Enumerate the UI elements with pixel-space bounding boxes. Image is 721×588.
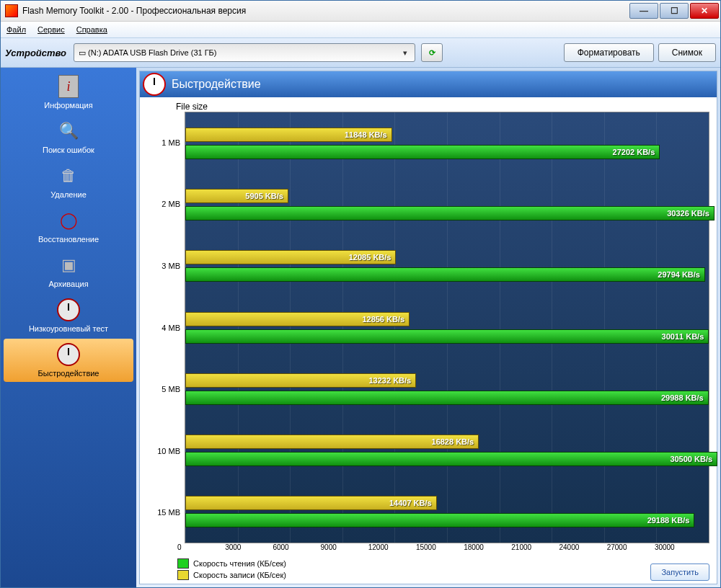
window-title: Flash Memory Toolkit - 2.00 - Профессион… bbox=[22, 6, 628, 16]
sidebar-item-info[interactable]: i Информация bbox=[4, 71, 133, 114]
device-select[interactable]: ▭ (N:) ADATA USB Flash Drive (31 ГБ) ▾ bbox=[74, 43, 415, 62]
refresh-icon: ⟳ bbox=[429, 48, 435, 58]
sidebar-item-archive[interactable]: ▣ Архивация bbox=[4, 249, 133, 293]
bar-write: 14407 KB/s bbox=[185, 496, 437, 510]
y-label: 5 MB bbox=[147, 358, 185, 420]
refresh-button[interactable]: ⟳ bbox=[421, 43, 443, 62]
sidebar-item-label: Быстродействие bbox=[38, 369, 99, 378]
stopwatch-icon bbox=[143, 73, 166, 96]
sidebar-item-label: Архивация bbox=[48, 280, 88, 288]
app-window: Flash Memory Toolkit - 2.00 - Профессион… bbox=[0, 0, 721, 588]
y-label: 2 MB bbox=[147, 174, 185, 236]
sidebar-item-label: Восстановление bbox=[38, 235, 99, 244]
x-tick: 27000 bbox=[607, 543, 655, 556]
legend-write: Скорость записи (КБ/сек) bbox=[177, 569, 709, 581]
sidebar-item-label: Удаление bbox=[50, 190, 87, 199]
sidebar-item-speed[interactable]: Быстродействие bbox=[4, 339, 133, 382]
sidebar-item-label: Поиск ошибок bbox=[43, 146, 94, 154]
y-label: 4 MB bbox=[147, 297, 185, 359]
bar-read: 30326 KB/s bbox=[185, 206, 715, 220]
bar-read: 30011 KB/s bbox=[185, 329, 709, 344]
bar-write: 12856 KB/s bbox=[185, 312, 410, 326]
x-tick: 3000 bbox=[225, 543, 273, 556]
main-body: i Информация 🔍 Поиск ошибок 🗑 Удаление ◯… bbox=[1, 68, 720, 587]
bar-read: 29188 KB/s bbox=[185, 513, 694, 527]
device-label: Устройство bbox=[5, 48, 66, 58]
gauge-icon bbox=[57, 298, 80, 321]
menu-service[interactable]: Сервис bbox=[37, 25, 65, 34]
x-tick: 9000 bbox=[321, 543, 368, 556]
chart: 1 MB2 MB3 MB4 MB5 MB10 MB15 MB 11848 KB/… bbox=[147, 112, 709, 543]
x-tick: 30000 bbox=[655, 543, 702, 556]
y-label: 10 MB bbox=[147, 420, 185, 482]
bar-write: 13232 KB/s bbox=[185, 373, 416, 388]
bar-write: 11848 KB/s bbox=[185, 128, 392, 142]
x-tick: 21000 bbox=[511, 543, 559, 556]
x-tick: 6000 bbox=[273, 543, 320, 556]
menu-help[interactable]: Справка bbox=[76, 25, 107, 34]
app-icon bbox=[5, 4, 18, 17]
content-header: Быстродействие bbox=[140, 71, 717, 97]
bar-read: 30500 KB/s bbox=[185, 452, 717, 466]
format-button[interactable]: Форматировать bbox=[564, 43, 654, 62]
legend-read: Скорость чтения (КБ/сек) bbox=[177, 558, 709, 569]
minimize-button[interactable]: — bbox=[629, 3, 658, 19]
sidebar-item-delete[interactable]: 🗑 Удаление bbox=[4, 160, 133, 203]
legend: Скорость чтения (КБ/сек) Скорость записи… bbox=[177, 556, 709, 581]
content-title: Быстродействие bbox=[172, 78, 261, 91]
x-tick: 15000 bbox=[416, 543, 464, 556]
x-tick: 18000 bbox=[464, 543, 511, 556]
titlebar[interactable]: Flash Memory Toolkit - 2.00 - Профессион… bbox=[1, 1, 720, 22]
chart-area: File size 1 MB2 MB3 MB4 MB5 MB10 MB15 MB… bbox=[140, 97, 717, 584]
menu-file[interactable]: Файл bbox=[6, 25, 26, 34]
y-axis-title: File size bbox=[147, 102, 709, 112]
maximize-button[interactable]: ☐ bbox=[660, 3, 689, 19]
legend-swatch-yellow bbox=[177, 570, 189, 580]
snapshot-button[interactable]: Снимок bbox=[658, 43, 716, 62]
y-label: 15 MB bbox=[147, 481, 185, 543]
legend-swatch-green bbox=[177, 558, 189, 569]
bar-write: 16828 KB/s bbox=[185, 435, 479, 449]
tape-icon: ▣ bbox=[57, 254, 80, 277]
menubar: Файл Сервис Справка bbox=[1, 22, 720, 38]
chevron-down-icon: ▾ bbox=[399, 48, 410, 58]
bar-read: 29988 KB/s bbox=[185, 391, 709, 405]
sidebar-item-lowlevel[interactable]: Низкоуровневый тест bbox=[4, 294, 133, 337]
legend-write-label: Скорость записи (КБ/сек) bbox=[193, 571, 286, 579]
drive-icon: ▭ bbox=[79, 48, 86, 58]
y-labels: 1 MB2 MB3 MB4 MB5 MB10 MB15 MB bbox=[147, 112, 185, 543]
sidebar-item-label: Низкоуровневый тест bbox=[29, 324, 108, 333]
device-value: (N:) ADATA USB Flash Drive (31 ГБ) bbox=[88, 48, 216, 57]
x-axis: 0300060009000120001500018000210002400027… bbox=[185, 543, 709, 556]
run-button[interactable]: Запустить bbox=[650, 564, 709, 581]
close-button[interactable]: ✕ bbox=[690, 3, 719, 19]
sidebar-item-recover[interactable]: ◯ Восстановление bbox=[4, 205, 133, 248]
lifebuoy-icon: ◯ bbox=[57, 209, 80, 232]
bar-read: 29794 KB/s bbox=[185, 267, 705, 282]
x-tick: 0 bbox=[177, 543, 225, 556]
info-icon: i bbox=[58, 75, 79, 98]
sidebar-item-errors[interactable]: 🔍 Поиск ошибок bbox=[4, 115, 133, 159]
sidebar-item-label: Информация bbox=[44, 101, 92, 110]
magnifier-icon: 🔍 bbox=[57, 120, 80, 143]
y-label: 1 MB bbox=[147, 112, 185, 174]
sidebar: i Информация 🔍 Поиск ошибок 🗑 Удаление ◯… bbox=[1, 68, 136, 587]
window-buttons: — ☐ ✕ bbox=[628, 3, 719, 19]
x-tick: 12000 bbox=[368, 543, 416, 556]
bar-write: 12085 KB/s bbox=[185, 250, 396, 264]
bar-read: 27202 KB/s bbox=[185, 145, 660, 159]
content-panel: Быстродействие File size 1 MB2 MB3 MB4 M… bbox=[139, 71, 717, 584]
stopwatch-icon bbox=[57, 343, 80, 366]
trash-icon: 🗑 bbox=[57, 164, 80, 187]
bar-write: 5905 KB/s bbox=[185, 189, 288, 203]
x-tick: 24000 bbox=[559, 543, 607, 556]
plot: 11848 KB/s27202 KB/s5905 KB/s30326 KB/s1… bbox=[185, 112, 709, 543]
toolbar: Устройство ▭ (N:) ADATA USB Flash Drive … bbox=[1, 38, 720, 68]
legend-read-label: Скорость чтения (КБ/сек) bbox=[193, 559, 286, 568]
y-label: 3 MB bbox=[147, 235, 185, 297]
